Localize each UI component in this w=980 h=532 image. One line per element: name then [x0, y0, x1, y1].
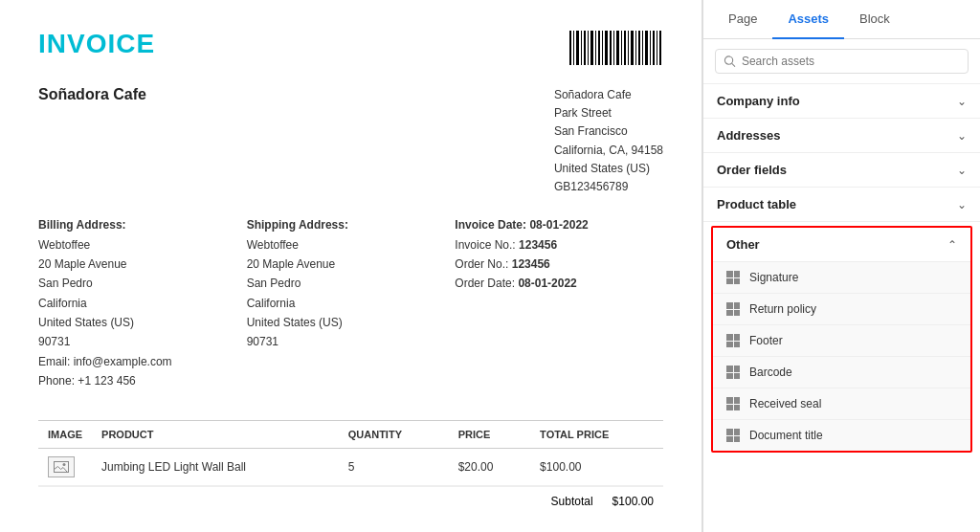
- col-price: PRICE: [449, 420, 530, 448]
- section-label-addresses: Addresses: [717, 128, 780, 143]
- asset-footer[interactable]: Footer: [713, 324, 970, 356]
- asset-label-document-title: Document title: [749, 429, 823, 442]
- svg-rect-12: [613, 31, 614, 65]
- section-label-company: Company info: [717, 94, 800, 108]
- svg-rect-0: [569, 31, 571, 65]
- billing-address: Billing Address: Webtoffee 20 Maple Aven…: [38, 215, 247, 391]
- asset-return-policy[interactable]: Return policy: [713, 293, 970, 324]
- section-order-fields[interactable]: Order fields ⌄: [703, 153, 980, 188]
- assets-panel: Page Assets Block Company info ⌄ Address…: [702, 0, 980, 532]
- tab-page[interactable]: Page: [713, 0, 772, 39]
- product-table: IMAGE PRODUCT QUANTITY PRICE TOTAL PRICE: [38, 420, 663, 486]
- invoice-title: INVOICE: [38, 29, 155, 59]
- svg-rect-11: [610, 31, 612, 65]
- svg-rect-4: [584, 31, 586, 65]
- svg-rect-3: [581, 31, 582, 65]
- section-other-header[interactable]: Other ⌃: [713, 228, 970, 261]
- product-quantity: 5: [339, 448, 449, 485]
- svg-rect-2: [576, 31, 579, 65]
- company-row: Soñadora Cafe Soñadora Cafe Park Street …: [38, 86, 663, 196]
- grid-icon: [726, 334, 740, 347]
- asset-document-title[interactable]: Document title: [713, 419, 970, 451]
- svg-rect-10: [605, 31, 608, 65]
- svg-rect-13: [616, 31, 619, 65]
- invoice-header: INVOICE: [38, 29, 663, 67]
- chevron-down-icon: ⌄: [957, 95, 967, 108]
- svg-rect-16: [628, 31, 629, 65]
- asset-label-return-policy: Return policy: [749, 302, 816, 316]
- col-image: IMAGE: [38, 420, 92, 448]
- svg-rect-24: [657, 31, 657, 65]
- search-box: [703, 39, 980, 84]
- svg-rect-25: [659, 31, 661, 65]
- tab-block[interactable]: Block: [844, 0, 905, 39]
- col-product: PRODUCT: [92, 420, 339, 448]
- other-section: Other ⌃ Signature Return policy Footer B…: [711, 226, 972, 453]
- svg-rect-21: [645, 31, 648, 65]
- grid-icon: [726, 271, 740, 284]
- svg-rect-23: [653, 31, 655, 65]
- subtotal-label: Subtotal: [551, 495, 593, 508]
- grid-icon: [726, 366, 740, 379]
- grid-icon: [726, 429, 740, 442]
- svg-rect-6: [590, 31, 593, 65]
- section-label-other: Other: [726, 237, 760, 252]
- product-name: Jumbing LED Light Wall Ball: [92, 448, 339, 485]
- svg-line-29: [732, 63, 735, 66]
- search-icon: [724, 55, 736, 68]
- chevron-down-icon: ⌄: [957, 129, 967, 143]
- asset-label-footer: Footer: [749, 334, 783, 347]
- svg-rect-14: [621, 31, 622, 65]
- asset-label-barcode: Barcode: [749, 366, 792, 379]
- address-section: Billing Address: Webtoffee 20 Maple Aven…: [38, 215, 663, 391]
- svg-point-28: [724, 56, 732, 64]
- section-product-table[interactable]: Product table ⌄: [703, 188, 980, 222]
- search-input[interactable]: [742, 55, 960, 68]
- chevron-up-icon: ⌃: [947, 238, 957, 252]
- svg-rect-8: [598, 31, 600, 65]
- invoice-panel: INVOICE: [0, 0, 702, 532]
- svg-rect-18: [635, 31, 636, 65]
- asset-barcode[interactable]: Barcode: [713, 356, 970, 388]
- section-label-order: Order fields: [717, 163, 787, 177]
- search-wrapper[interactable]: [715, 49, 969, 74]
- svg-rect-7: [595, 31, 596, 65]
- svg-point-27: [63, 463, 66, 466]
- svg-rect-19: [638, 31, 640, 65]
- svg-rect-9: [602, 31, 603, 65]
- svg-rect-1: [573, 31, 574, 65]
- svg-rect-22: [650, 31, 651, 65]
- panel-tabs: Page Assets Block: [703, 0, 980, 39]
- grid-icon: [726, 302, 740, 316]
- product-image-cell: [38, 448, 92, 485]
- invoice-meta: Invoice Date: 08-01-2022 Invoice No.: 12…: [455, 215, 663, 391]
- grid-icon: [726, 397, 740, 410]
- section-label-product: Product table: [717, 197, 796, 211]
- asset-label-signature: Signature: [749, 271, 798, 284]
- asset-signature[interactable]: Signature: [713, 261, 970, 293]
- subtotal-value: $100.00: [612, 495, 654, 508]
- asset-received-seal[interactable]: Received seal: [713, 388, 970, 419]
- col-total: TOTAL PRICE: [530, 420, 663, 448]
- asset-label-received-seal: Received seal: [749, 397, 821, 410]
- table-row: Jumbing LED Light Wall Ball 5 $20.00 $10…: [38, 448, 663, 485]
- section-addresses[interactable]: Addresses ⌄: [703, 119, 980, 153]
- svg-rect-5: [588, 31, 589, 65]
- subtotal-row: Subtotal $100.00: [38, 486, 663, 516]
- product-total: $100.00: [530, 448, 663, 485]
- svg-rect-15: [624, 31, 626, 65]
- tab-assets[interactable]: Assets: [772, 0, 844, 39]
- chevron-down-icon: ⌄: [957, 198, 967, 211]
- col-quantity: QUANTITY: [339, 420, 449, 448]
- svg-rect-20: [642, 31, 643, 65]
- chevron-down-icon: ⌄: [957, 164, 967, 177]
- company-address: Soñadora Cafe Park Street San Francisco …: [554, 86, 663, 196]
- company-name: Soñadora Cafe: [38, 86, 146, 103]
- section-company-info[interactable]: Company info ⌄: [703, 84, 980, 119]
- image-placeholder: [48, 456, 75, 477]
- svg-rect-17: [631, 31, 634, 65]
- barcode-display: [568, 29, 663, 67]
- product-price: $20.00: [449, 448, 530, 485]
- shipping-address: Shipping Address: Webtoffee 20 Maple Ave…: [247, 215, 456, 391]
